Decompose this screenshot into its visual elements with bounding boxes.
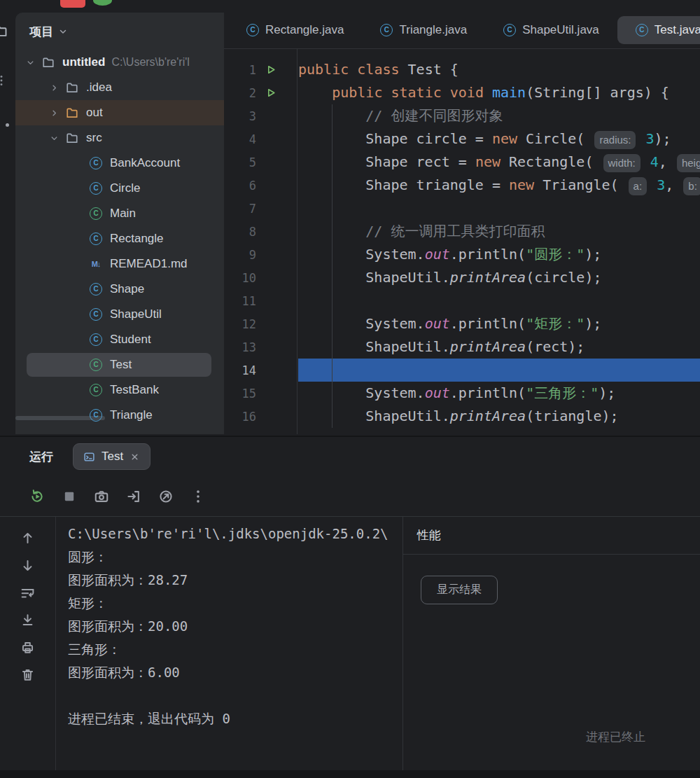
gutter-line-14[interactable]: 14	[224, 359, 297, 382]
code-line-8[interactable]: // 统一调用工具类打印面积	[298, 220, 700, 243]
gutter-line-16[interactable]: 16	[224, 405, 297, 428]
editor-tab-Triangle.java[interactable]: CTriangle.java	[362, 16, 485, 44]
code-token	[648, 176, 657, 193]
run-icon[interactable]	[256, 87, 286, 99]
tool-stripe-more-icon[interactable]	[0, 74, 8, 87]
line-number: 9	[224, 248, 256, 262]
code-token: new	[475, 153, 500, 170]
tree-indent	[69, 251, 87, 277]
code-line-7[interactable]	[298, 197, 700, 220]
gutter-line-5[interactable]: 5	[224, 151, 297, 174]
gutter-line-10[interactable]: 10	[224, 266, 297, 289]
tree-item-Main[interactable]: CMain	[15, 201, 224, 226]
tree-item-src[interactable]: src	[15, 125, 224, 151]
code-line-13[interactable]: ShapeUtil.printArea(rect);	[298, 335, 700, 359]
code-line-11[interactable]	[298, 289, 700, 312]
editor-tab-label: Rectangle.java	[265, 23, 344, 37]
editor-tab-Test.java[interactable]: CTest.java	[617, 16, 700, 44]
editor-tab-label: ShapeUtil.java	[522, 23, 599, 37]
gutter-line-9[interactable]: 9	[224, 243, 297, 266]
code-line-5[interactable]: Shape rect = new Rectangle( width: 4, he…	[298, 151, 700, 174]
attach-icon[interactable]	[158, 489, 174, 504]
gutter-line-6[interactable]: 6	[224, 174, 297, 197]
code-line-6[interactable]: Shape triangle = new Triangle( a: 3, b: …	[298, 174, 700, 197]
open-in-icon[interactable]	[126, 489, 141, 504]
project-panel-header[interactable]: 项目	[15, 13, 224, 50]
gutter-line-1[interactable]: 1	[224, 58, 297, 81]
arrow-up-icon[interactable]	[20, 531, 35, 546]
tree-item-BankAccount[interactable]: CBankAccount	[15, 151, 224, 176]
run-tab-test[interactable]: Test	[73, 443, 150, 470]
code-token: public	[298, 61, 349, 78]
gutter-line-7[interactable]: 7	[224, 197, 297, 220]
editor-tab-Rectangle.java[interactable]: CRectangle.java	[228, 16, 362, 44]
gutter-line-12[interactable]: 12	[224, 312, 297, 335]
parameter-hint: radius:	[594, 131, 636, 149]
tree-item-label: BankAccount	[110, 156, 180, 170]
code-line-16[interactable]: ShapeUtil.printArea(triangle);	[298, 405, 700, 428]
class-icon: C	[87, 409, 105, 422]
gutter-line-11[interactable]: 11	[224, 289, 297, 312]
scroll-end-icon[interactable]	[20, 613, 35, 627]
editor-tab-ShapeUtil.java[interactable]: CShapeUtil.java	[485, 16, 617, 44]
tool-stripe-folder-icon[interactable]	[0, 24, 8, 38]
gutter-line-4[interactable]: 4	[224, 127, 297, 151]
chevron-down-icon[interactable]	[45, 125, 63, 151]
arrow-down-icon[interactable]	[20, 558, 35, 573]
code-line-12[interactable]: System.out.println("矩形：");	[298, 312, 700, 335]
chevron-right-icon[interactable]	[45, 100, 63, 125]
printer-icon[interactable]	[20, 640, 35, 655]
tree-item-Triangle[interactable]: CTriangle	[15, 403, 224, 428]
gutter-line-8[interactable]: 8	[224, 220, 297, 243]
code-line-3[interactable]: // 创建不同图形对象	[298, 104, 700, 127]
more-icon[interactable]	[190, 489, 206, 504]
tree-item-Circle[interactable]: CCircle	[15, 176, 224, 201]
code-line-15[interactable]: System.out.println("三角形：");	[298, 382, 700, 405]
code-line-1[interactable]: public class Test {	[298, 58, 700, 81]
line-number: 4	[224, 132, 256, 146]
soft-wrap-icon[interactable]	[20, 585, 35, 600]
code-line-9[interactable]: System.out.println("圆形：");	[298, 243, 700, 266]
tree-item-out[interactable]: out	[15, 100, 224, 125]
titlebar-deco-red	[60, 0, 85, 8]
parameter-hint: height:	[677, 154, 700, 172]
gutter-line-2[interactable]: 2	[224, 81, 297, 104]
editor-code[interactable]: public class Test { public static void m…	[298, 49, 700, 434]
tree-item-Shape[interactable]: CShape	[15, 277, 224, 302]
gutter-line-15[interactable]: 15	[224, 382, 297, 405]
rerun-icon[interactable]	[29, 489, 45, 504]
code-editor[interactable]: 12345678910111213141516 public class Tes…	[224, 49, 700, 434]
tree-item-untitled[interactable]: untitledC:\Users\b're'ri'l	[15, 50, 224, 75]
editor-tab-label: Test.java	[654, 23, 700, 37]
chevron-down-icon[interactable]	[21, 50, 39, 75]
gutter-line-3[interactable]: 3	[224, 104, 297, 127]
trash-icon[interactable]	[20, 667, 35, 682]
code-line-4[interactable]: Shape circle = new Circle( radius: 3);	[298, 127, 700, 151]
code-line-2[interactable]: public static void main(String[] args) {	[298, 81, 700, 104]
tree-item-ShapeUtil[interactable]: CShapeUtil	[15, 302, 224, 327]
chevron-right-icon[interactable]	[45, 75, 63, 100]
show-results-button[interactable]: 显示结果	[421, 576, 498, 604]
class-icon: C	[87, 308, 105, 321]
console-output[interactable]: C:\Users\b're'ri'l\.jdks\openjdk-25.0.2\…	[68, 522, 402, 770]
class-icon: C	[87, 384, 105, 396]
code-token: new	[492, 130, 517, 147]
console-line	[68, 684, 402, 707]
run-icon[interactable]	[256, 64, 286, 76]
tree-item-Rectangle[interactable]: CRectangle	[15, 226, 224, 251]
camera-icon[interactable]	[94, 489, 109, 504]
code-line-14[interactable]	[298, 359, 700, 382]
stop-icon[interactable]	[62, 489, 77, 504]
code-token	[642, 153, 650, 170]
close-icon[interactable]	[130, 452, 140, 462]
code-line-10[interactable]: ShapeUtil.printArea(circle);	[298, 266, 700, 289]
tree-item-REMEAD1.md[interactable]: M↓REMEAD1.md	[15, 251, 224, 277]
code-token: (triangle);	[526, 408, 618, 424]
tree-item-TestBank[interactable]: CTestBank	[15, 377, 224, 403]
gutter-line-13[interactable]: 13	[224, 335, 297, 359]
tree-item-Test[interactable]: CTest	[15, 352, 224, 377]
tree-item-.idea[interactable]: .idea	[15, 75, 224, 100]
tree-indent	[69, 327, 87, 352]
class-icon: C	[380, 24, 393, 36]
tree-item-Student[interactable]: CStudent	[15, 327, 224, 352]
